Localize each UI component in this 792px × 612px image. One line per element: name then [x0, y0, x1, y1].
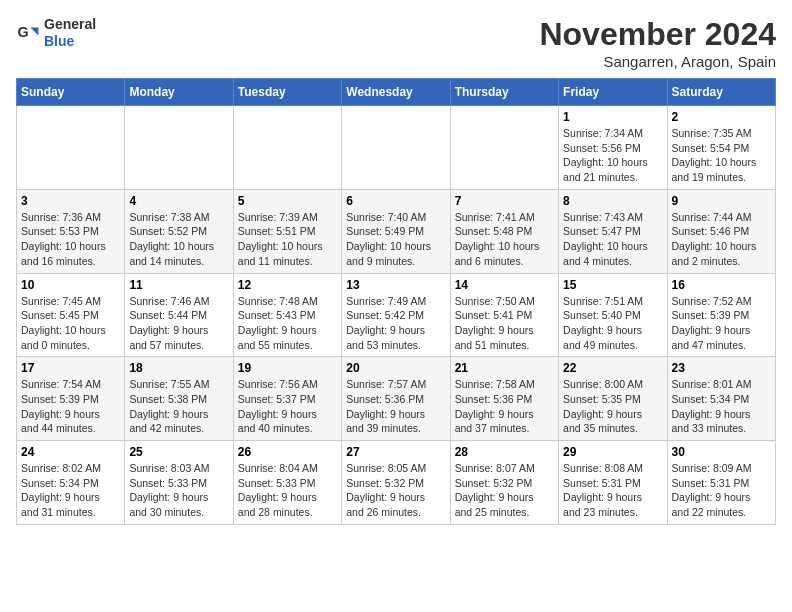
day-cell: 11Sunrise: 7:46 AM Sunset: 5:44 PM Dayli… — [125, 273, 233, 357]
day-number: 26 — [238, 445, 337, 459]
day-cell: 8Sunrise: 7:43 AM Sunset: 5:47 PM Daylig… — [559, 189, 667, 273]
day-info: Sunrise: 7:35 AM Sunset: 5:54 PM Dayligh… — [672, 126, 771, 185]
day-info: Sunrise: 8:02 AM Sunset: 5:34 PM Dayligh… — [21, 461, 120, 520]
weekday-header-sunday: Sunday — [17, 79, 125, 106]
svg-text:G: G — [18, 24, 29, 40]
day-cell: 22Sunrise: 8:00 AM Sunset: 5:35 PM Dayli… — [559, 357, 667, 441]
day-cell: 19Sunrise: 7:56 AM Sunset: 5:37 PM Dayli… — [233, 357, 341, 441]
day-info: Sunrise: 7:57 AM Sunset: 5:36 PM Dayligh… — [346, 377, 445, 436]
day-cell: 5Sunrise: 7:39 AM Sunset: 5:51 PM Daylig… — [233, 189, 341, 273]
day-info: Sunrise: 8:00 AM Sunset: 5:35 PM Dayligh… — [563, 377, 662, 436]
day-number: 17 — [21, 361, 120, 375]
day-number: 28 — [455, 445, 554, 459]
day-number: 2 — [672, 110, 771, 124]
day-cell: 27Sunrise: 8:05 AM Sunset: 5:32 PM Dayli… — [342, 441, 450, 525]
day-info: Sunrise: 7:40 AM Sunset: 5:49 PM Dayligh… — [346, 210, 445, 269]
day-info: Sunrise: 7:56 AM Sunset: 5:37 PM Dayligh… — [238, 377, 337, 436]
weekday-header-row: SundayMondayTuesdayWednesdayThursdayFrid… — [17, 79, 776, 106]
day-number: 16 — [672, 278, 771, 292]
day-number: 22 — [563, 361, 662, 375]
day-number: 10 — [21, 278, 120, 292]
day-number: 29 — [563, 445, 662, 459]
day-info: Sunrise: 7:44 AM Sunset: 5:46 PM Dayligh… — [672, 210, 771, 269]
day-info: Sunrise: 7:58 AM Sunset: 5:36 PM Dayligh… — [455, 377, 554, 436]
day-number: 18 — [129, 361, 228, 375]
day-number: 25 — [129, 445, 228, 459]
day-info: Sunrise: 7:54 AM Sunset: 5:39 PM Dayligh… — [21, 377, 120, 436]
day-info: Sunrise: 7:45 AM Sunset: 5:45 PM Dayligh… — [21, 294, 120, 353]
day-cell: 28Sunrise: 8:07 AM Sunset: 5:32 PM Dayli… — [450, 441, 558, 525]
day-number: 12 — [238, 278, 337, 292]
week-row-0: 1Sunrise: 7:34 AM Sunset: 5:56 PM Daylig… — [17, 106, 776, 190]
day-info: Sunrise: 7:34 AM Sunset: 5:56 PM Dayligh… — [563, 126, 662, 185]
day-number: 19 — [238, 361, 337, 375]
day-cell: 10Sunrise: 7:45 AM Sunset: 5:45 PM Dayli… — [17, 273, 125, 357]
day-number: 27 — [346, 445, 445, 459]
day-info: Sunrise: 7:48 AM Sunset: 5:43 PM Dayligh… — [238, 294, 337, 353]
day-number: 11 — [129, 278, 228, 292]
day-info: Sunrise: 8:08 AM Sunset: 5:31 PM Dayligh… — [563, 461, 662, 520]
weekday-header-monday: Monday — [125, 79, 233, 106]
day-cell: 15Sunrise: 7:51 AM Sunset: 5:40 PM Dayli… — [559, 273, 667, 357]
day-info: Sunrise: 7:43 AM Sunset: 5:47 PM Dayligh… — [563, 210, 662, 269]
day-info: Sunrise: 7:39 AM Sunset: 5:51 PM Dayligh… — [238, 210, 337, 269]
weekday-header-saturday: Saturday — [667, 79, 775, 106]
day-cell: 16Sunrise: 7:52 AM Sunset: 5:39 PM Dayli… — [667, 273, 775, 357]
weekday-header-tuesday: Tuesday — [233, 79, 341, 106]
day-info: Sunrise: 7:55 AM Sunset: 5:38 PM Dayligh… — [129, 377, 228, 436]
day-number: 21 — [455, 361, 554, 375]
day-number: 23 — [672, 361, 771, 375]
day-info: Sunrise: 8:05 AM Sunset: 5:32 PM Dayligh… — [346, 461, 445, 520]
day-cell: 26Sunrise: 8:04 AM Sunset: 5:33 PM Dayli… — [233, 441, 341, 525]
day-number: 8 — [563, 194, 662, 208]
day-cell: 30Sunrise: 8:09 AM Sunset: 5:31 PM Dayli… — [667, 441, 775, 525]
logo-blue: Blue — [44, 33, 96, 50]
day-cell: 7Sunrise: 7:41 AM Sunset: 5:48 PM Daylig… — [450, 189, 558, 273]
day-info: Sunrise: 7:38 AM Sunset: 5:52 PM Dayligh… — [129, 210, 228, 269]
day-cell: 3Sunrise: 7:36 AM Sunset: 5:53 PM Daylig… — [17, 189, 125, 273]
svg-marker-1 — [30, 27, 38, 35]
day-cell: 17Sunrise: 7:54 AM Sunset: 5:39 PM Dayli… — [17, 357, 125, 441]
day-cell: 1Sunrise: 7:34 AM Sunset: 5:56 PM Daylig… — [559, 106, 667, 190]
day-cell: 18Sunrise: 7:55 AM Sunset: 5:38 PM Dayli… — [125, 357, 233, 441]
day-info: Sunrise: 8:09 AM Sunset: 5:31 PM Dayligh… — [672, 461, 771, 520]
day-cell: 20Sunrise: 7:57 AM Sunset: 5:36 PM Dayli… — [342, 357, 450, 441]
day-cell — [450, 106, 558, 190]
day-info: Sunrise: 7:50 AM Sunset: 5:41 PM Dayligh… — [455, 294, 554, 353]
day-cell: 24Sunrise: 8:02 AM Sunset: 5:34 PM Dayli… — [17, 441, 125, 525]
day-number: 13 — [346, 278, 445, 292]
calendar: SundayMondayTuesdayWednesdayThursdayFrid… — [16, 78, 776, 525]
day-cell: 14Sunrise: 7:50 AM Sunset: 5:41 PM Dayli… — [450, 273, 558, 357]
header: G General Blue November 2024 Sangarren, … — [16, 16, 776, 70]
day-info: Sunrise: 8:01 AM Sunset: 5:34 PM Dayligh… — [672, 377, 771, 436]
day-number: 7 — [455, 194, 554, 208]
day-number: 4 — [129, 194, 228, 208]
day-number: 6 — [346, 194, 445, 208]
week-row-1: 3Sunrise: 7:36 AM Sunset: 5:53 PM Daylig… — [17, 189, 776, 273]
day-cell — [342, 106, 450, 190]
day-info: Sunrise: 7:52 AM Sunset: 5:39 PM Dayligh… — [672, 294, 771, 353]
day-info: Sunrise: 7:51 AM Sunset: 5:40 PM Dayligh… — [563, 294, 662, 353]
day-number: 24 — [21, 445, 120, 459]
day-cell: 9Sunrise: 7:44 AM Sunset: 5:46 PM Daylig… — [667, 189, 775, 273]
month-title: November 2024 — [539, 16, 776, 53]
weekday-header-friday: Friday — [559, 79, 667, 106]
day-cell: 25Sunrise: 8:03 AM Sunset: 5:33 PM Dayli… — [125, 441, 233, 525]
day-info: Sunrise: 8:03 AM Sunset: 5:33 PM Dayligh… — [129, 461, 228, 520]
day-number: 14 — [455, 278, 554, 292]
day-info: Sunrise: 7:36 AM Sunset: 5:53 PM Dayligh… — [21, 210, 120, 269]
day-cell — [17, 106, 125, 190]
day-info: Sunrise: 7:41 AM Sunset: 5:48 PM Dayligh… — [455, 210, 554, 269]
logo-general: General — [44, 16, 96, 33]
day-cell — [233, 106, 341, 190]
day-number: 1 — [563, 110, 662, 124]
day-cell: 6Sunrise: 7:40 AM Sunset: 5:49 PM Daylig… — [342, 189, 450, 273]
day-number: 30 — [672, 445, 771, 459]
day-cell: 12Sunrise: 7:48 AM Sunset: 5:43 PM Dayli… — [233, 273, 341, 357]
day-cell: 23Sunrise: 8:01 AM Sunset: 5:34 PM Dayli… — [667, 357, 775, 441]
logo: G General Blue — [16, 16, 96, 50]
day-number: 15 — [563, 278, 662, 292]
week-row-4: 24Sunrise: 8:02 AM Sunset: 5:34 PM Dayli… — [17, 441, 776, 525]
logo-text: General Blue — [44, 16, 96, 50]
day-number: 5 — [238, 194, 337, 208]
